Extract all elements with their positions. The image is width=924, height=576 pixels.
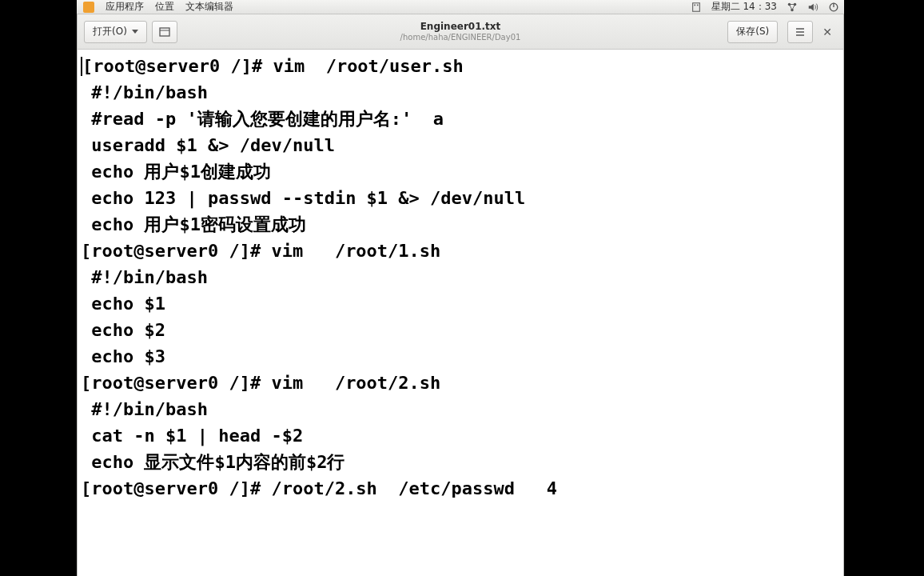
text-line: [root@server0 /]# /root/2.sh /etc/passwd… xyxy=(81,475,840,502)
text-line: echo $3 xyxy=(81,343,840,370)
text-line: echo 用户$1创建成功 xyxy=(81,158,840,185)
text-line: echo 123 | passwd --stdin $1 &> /dev/nul… xyxy=(81,185,840,211)
document-title: Engineer01.txt xyxy=(400,22,521,33)
text-area[interactable]: [root@server0 /]# vim /root/user.sh #!/b… xyxy=(78,50,843,576)
text-line: [root@server0 /]# vim /root/user.sh xyxy=(81,53,840,79)
document-path: /home/haha/ENGINEER/Day01 xyxy=(400,33,521,42)
text-line: echo 用户$1密码设置成功 xyxy=(81,211,840,238)
svg-rect-0 xyxy=(692,2,699,11)
text-line: [root@server0 /]# vim /root/1.sh xyxy=(81,238,840,264)
top-panel: 应用程序 位置 文本编辑器 星期二 14：33 xyxy=(77,0,844,14)
text-line: [root@server0 /]# vim /root/2.sh xyxy=(81,370,840,396)
text-line: useradd $1 &> /dev/null xyxy=(81,132,840,158)
text-line: #!/bin/bash xyxy=(81,264,840,290)
places-menu[interactable]: 位置 xyxy=(155,0,174,14)
gedit-window: 打开(O) Engineer01.txt /home/haha/ENGINEER… xyxy=(77,14,844,576)
open-button[interactable]: 打开(O) xyxy=(84,21,147,43)
text-cursor xyxy=(81,57,82,76)
text-line: echo $2 xyxy=(81,317,840,343)
toolbar: 打开(O) Engineer01.txt /home/haha/ENGINEER… xyxy=(78,14,843,50)
hamburger-button[interactable] xyxy=(787,21,813,43)
text-line: cat -n $1 | head -$2 xyxy=(81,422,840,449)
apps-icon xyxy=(83,2,94,13)
clock[interactable]: 星期二 14：33 xyxy=(711,0,777,14)
text-line: echo $1 xyxy=(81,290,840,317)
text-line: #!/bin/bash xyxy=(81,79,840,106)
new-tab-button[interactable] xyxy=(152,21,177,43)
close-button[interactable]: ✕ xyxy=(818,26,837,38)
text-line: echo 显示文件$1内容的前$2行 xyxy=(81,449,840,475)
text-line: #read -p '请输入您要创建的用户名:' a xyxy=(81,106,840,132)
svg-rect-8 xyxy=(160,28,169,36)
power-icon[interactable] xyxy=(828,2,839,13)
applications-menu[interactable]: 应用程序 xyxy=(106,0,144,14)
volume-icon[interactable] xyxy=(807,2,818,13)
active-app-name: 文本编辑器 xyxy=(185,0,233,14)
text-line: #!/bin/bash xyxy=(81,396,840,422)
network-icon[interactable] xyxy=(787,2,798,13)
svg-rect-1 xyxy=(694,4,695,6)
usb-icon[interactable] xyxy=(691,2,702,13)
title-block: Engineer01.txt /home/haha/ENGINEER/Day01 xyxy=(400,22,521,42)
svg-rect-2 xyxy=(697,4,699,6)
save-button[interactable]: 保存(S) xyxy=(727,21,778,43)
